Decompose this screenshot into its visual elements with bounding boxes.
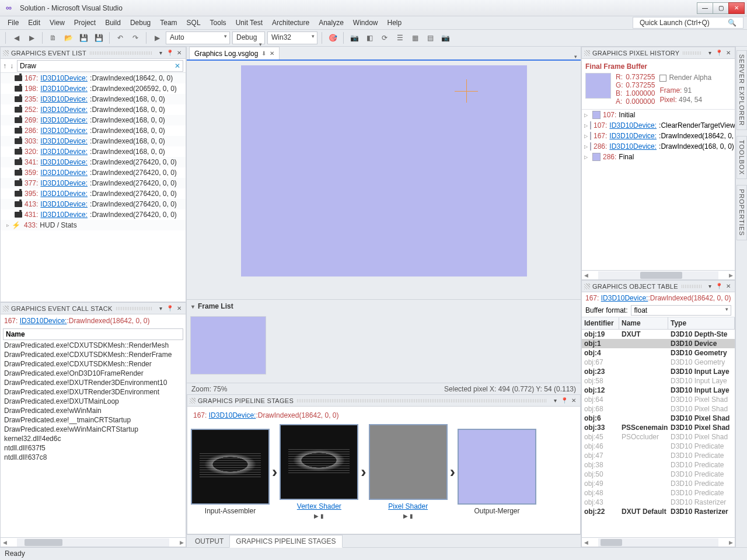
table-row[interactable]: obj:33PSScenemainD3D10 Pixel Shad xyxy=(582,423,735,432)
event-link[interactable]: ID3D10Device: xyxy=(40,95,88,103)
table-row[interactable]: obj:43D3D10 Rasterizer xyxy=(582,498,735,507)
navigate-fwd-button[interactable]: ▶ xyxy=(25,32,38,44)
stage-vertex-shader[interactable]: Vertex Shader ▶ ▮ xyxy=(280,424,358,519)
save-all-button[interactable]: 💾 xyxy=(92,32,105,44)
event-link[interactable]: ID3D10Device: xyxy=(40,116,88,124)
close-icon[interactable]: ✕ xyxy=(724,49,732,57)
frame-thumbnails[interactable] xyxy=(187,313,581,383)
buffer-format-select[interactable]: float ▾ xyxy=(631,305,731,316)
event-row[interactable]: 286: ID3D10Device::DrawIndexed(168, 0, 0… xyxy=(1,125,186,136)
event-row[interactable]: 341: ID3D10Device::DrawIndexed(276420, 0… xyxy=(1,157,186,167)
clear-icon[interactable]: ✕ xyxy=(174,62,180,70)
objtable-hscroll[interactable]: ◀▶ xyxy=(582,537,735,547)
redo-button[interactable]: ↷ xyxy=(129,32,142,44)
table-row[interactable]: obj:46D3D10 Predicate xyxy=(582,442,735,451)
objtable-list[interactable]: obj:19DXUTD3D10 Depth-Steobj:1D3D10 Devi… xyxy=(582,330,735,537)
table-row[interactable]: obj:50D3D10 Predicate xyxy=(582,470,735,479)
table-row[interactable]: obj:68D3D10 Pixel Shad xyxy=(582,404,735,414)
table-icon[interactable]: ▤ xyxy=(424,32,437,44)
event-link[interactable]: ID3D10Device: xyxy=(40,148,88,156)
pixelhistory-item[interactable]: ▷286: Final xyxy=(582,152,735,162)
stage-pixel-shader[interactable]: Pixel Shader ▶ ▮ xyxy=(369,424,448,519)
config-select[interactable]: Auto xyxy=(166,32,230,44)
pin-icon[interactable]: 📍 xyxy=(715,282,723,290)
callstack-frame[interactable]: DrawPredicated.exe!DXUTRender3DEnvironme… xyxy=(4,379,182,388)
pixelhistory-list[interactable]: ▷107: Initial▷107: ID3D10Device::ClearRe… xyxy=(582,110,735,270)
play-icon[interactable]: ▶ ▮ xyxy=(403,513,413,519)
event-link[interactable]: ID3D10Device: xyxy=(40,190,88,198)
callstack-frame[interactable]: DrawPredicated.exe!wWinMainCRTStartup xyxy=(4,425,182,435)
close-icon[interactable]: ✕ xyxy=(175,304,183,313)
stage-input-assembler[interactable]: Input-Assembler xyxy=(191,429,270,515)
start-button[interactable]: ▶ xyxy=(151,32,163,44)
table-row[interactable]: obj:49D3D10 Predicate xyxy=(582,479,735,488)
pin-icon[interactable]: 📍 xyxy=(715,49,723,57)
callstack-frame[interactable]: DrawPredicated.exe!CDXUTSDKMesh::Render xyxy=(4,360,182,369)
list-icon[interactable]: ☰ xyxy=(393,32,406,44)
table-row[interactable]: obj:38D3D10 Predicate xyxy=(582,460,735,470)
tab-output[interactable]: OUTPUT xyxy=(189,536,229,547)
event-link[interactable]: ID3D10Device: xyxy=(40,200,88,208)
expand-icon[interactable]: ▷ xyxy=(584,123,588,128)
callstack-list[interactable]: DrawPredicated.exe!CDXUTSDKMesh::RenderM… xyxy=(1,341,186,537)
tab-overflow-icon[interactable]: ▾ xyxy=(574,54,577,60)
table-row[interactable]: obj:67D3D10 Geometry xyxy=(582,358,735,367)
render-alpha-checkbox[interactable]: Render Alpha xyxy=(659,73,711,82)
callstack-frame[interactable]: DrawPredicated.exe!CDXUTSDKMesh::RenderF… xyxy=(4,351,182,360)
table-row[interactable]: obj:6D3D10 Pixel Shad xyxy=(582,414,735,423)
table-row[interactable]: obj:47D3D10 Predicate xyxy=(582,451,735,460)
pixelhistory-item[interactable]: ▷107: Initial xyxy=(582,110,735,120)
close-icon[interactable]: ✕ xyxy=(724,282,732,290)
event-row[interactable]: 303: ID3D10Device::DrawIndexed(168, 0, 0… xyxy=(1,136,186,146)
event-filter-input[interactable]: Draw ✕ xyxy=(17,60,183,72)
frame-thumbnail[interactable] xyxy=(190,316,266,374)
menu-window[interactable]: Window xyxy=(349,17,382,29)
new-project-button[interactable]: 🗎 xyxy=(47,32,60,44)
render-view[interactable] xyxy=(187,61,581,299)
callstack-current-link[interactable]: ID3D10Device: xyxy=(20,317,67,325)
pin-icon[interactable]: ⬇ xyxy=(261,50,266,57)
close-icon[interactable]: ✕ xyxy=(175,49,183,57)
event-link[interactable]: ID3D10Device: xyxy=(40,211,88,219)
event-row[interactable]: 269: ID3D10Device::DrawIndexed(168, 0, 0… xyxy=(1,115,186,125)
event-row[interactable]: ⚡433: HUD / Stats xyxy=(1,220,186,230)
event-link[interactable]: ID3D10Device: xyxy=(40,169,88,177)
event-list[interactable]: 167: ID3D10Device::DrawIndexed(18642, 0,… xyxy=(1,73,186,302)
rail-server-explorer[interactable]: SERVER EXPLORER xyxy=(736,50,747,130)
event-link[interactable]: ID3D10Device: xyxy=(40,137,88,145)
panel-dropdown-icon[interactable]: ▾ xyxy=(156,49,165,57)
pixelhistory-item[interactable]: ▷286: ID3D10Device::DrawIndexed(168, 0, … xyxy=(582,141,735,152)
menu-analyze[interactable]: Analyze xyxy=(315,17,348,29)
event-link[interactable]: ID3D10Device: xyxy=(40,158,88,166)
frame-list-header[interactable]: ▾ Frame List xyxy=(187,299,581,313)
event-link[interactable]: ID3D10Device: xyxy=(40,85,88,93)
table-row[interactable]: obj:45PSOccluderD3D10 Pixel Shad xyxy=(582,432,735,442)
undo-button[interactable]: ↶ xyxy=(114,32,127,44)
menu-debug[interactable]: Debug xyxy=(126,17,155,29)
event-row[interactable]: 413: ID3D10Device::DrawIndexed(276420, 0… xyxy=(1,199,186,209)
grid-icon[interactable]: ▦ xyxy=(409,32,421,44)
callstack-frame[interactable]: ntdll.dll!637c8 xyxy=(4,453,182,463)
callstack-frame[interactable]: kernel32.dll!4ed6c xyxy=(4,435,182,444)
table-row[interactable]: obj:12D3D10 Input Laye xyxy=(582,386,735,395)
panel-dropdown-icon[interactable]: ▾ xyxy=(706,49,714,57)
table-row[interactable]: obj:64D3D10 Pixel Shad xyxy=(582,395,735,404)
history-icon[interactable]: ⟳ xyxy=(378,32,391,44)
cube-icon[interactable]: ◧ xyxy=(363,32,376,44)
menu-unittest[interactable]: Unit Test xyxy=(232,17,267,29)
event-row[interactable]: 252: ID3D10Device::DrawIndexed(168, 0, 0… xyxy=(1,104,186,115)
table-row[interactable]: obj:4D3D10 Geometry xyxy=(582,348,735,358)
event-row[interactable]: 431: ID3D10Device::DrawIndexed(276420, 0… xyxy=(1,209,186,220)
event-row[interactable]: 198: ID3D10Device::DrawIndexed(206592, 0… xyxy=(1,83,186,94)
callstack-frame[interactable]: ntdll.dll!637f5 xyxy=(4,444,182,453)
callstack-frame[interactable]: DrawPredicated.exe!DXUTMainLoop xyxy=(4,397,182,407)
callstack-frame[interactable]: DrawPredicated.exe!wWinMain xyxy=(4,407,182,416)
pixelhistory-item[interactable]: ▷107: ID3D10Device::ClearRenderTargetVie… xyxy=(582,120,735,131)
menu-team[interactable]: Team xyxy=(156,17,181,29)
menu-edit[interactable]: Edit xyxy=(24,17,44,29)
callstack-name-col[interactable]: Name xyxy=(3,328,183,340)
event-row[interactable]: 167: ID3D10Device::DrawIndexed(18642, 0,… xyxy=(1,73,186,83)
capture-icon[interactable]: 🎯 xyxy=(326,32,339,44)
rail-toolbox[interactable]: TOOLBOX xyxy=(736,136,747,179)
camera-icon[interactable]: 📷 xyxy=(348,32,361,44)
